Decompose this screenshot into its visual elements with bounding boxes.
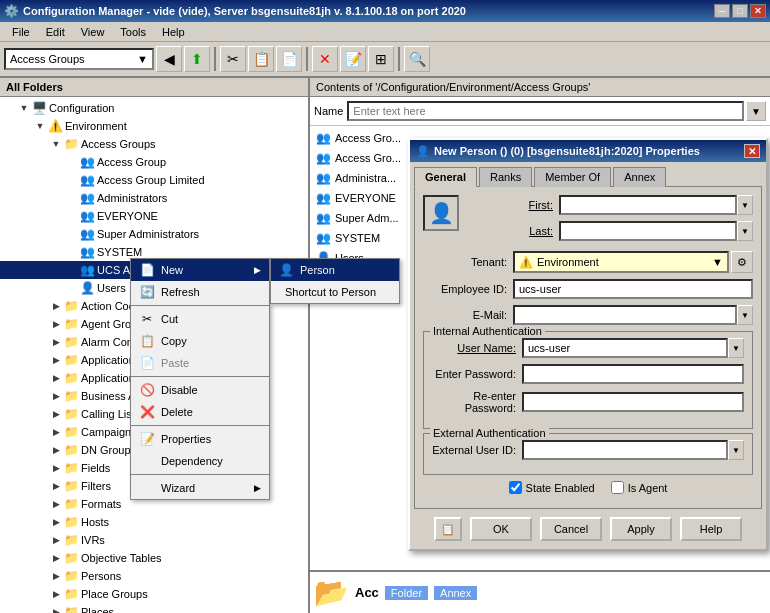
tenant-dropdown[interactable]: ⚠️ Environment ▼: [513, 251, 729, 273]
tab-annex[interactable]: Annex: [613, 167, 666, 187]
tree-item-ivrs[interactable]: ▶ 📁 IVRs: [0, 531, 308, 549]
tree-item-access-groups[interactable]: ▼ 📁 Access Groups: [0, 135, 308, 153]
apply-button[interactable]: Apply: [610, 517, 672, 541]
cancel-button[interactable]: Cancel: [540, 517, 602, 541]
expand-icon: ▶: [48, 478, 64, 494]
tenant-label: Tenant:: [423, 256, 513, 268]
ctx-paste[interactable]: 📄 Paste: [131, 352, 269, 374]
username-input[interactable]: [522, 338, 728, 358]
tree-item-hosts[interactable]: ▶ 📁 Hosts: [0, 513, 308, 531]
ctx-copy[interactable]: 📋 Copy: [131, 330, 269, 352]
paste-button[interactable]: 📄: [276, 46, 302, 72]
tree-item-administrators[interactable]: 👥 Administrators: [0, 189, 308, 207]
access-groups-dropdown[interactable]: Access Groups ▼: [4, 48, 154, 70]
tree-item-environment[interactable]: ▼ ⚠️ Environment: [0, 117, 308, 135]
submenu-item-shortcut-person[interactable]: Shortcut to Person: [271, 281, 399, 303]
ctx-properties[interactable]: 📝 Properties: [131, 428, 269, 450]
all-folders-header: All Folders: [0, 78, 308, 97]
tenant-field-row: Tenant: ⚠️ Environment ▼ ⚙: [423, 251, 753, 273]
menu-tools[interactable]: Tools: [112, 24, 154, 40]
maximize-button[interactable]: □: [732, 4, 748, 18]
group-icon: 👥: [316, 171, 331, 185]
tree-item-place-groups[interactable]: ▶ 📁 Place Groups: [0, 585, 308, 603]
dialog-close-button[interactable]: ✕: [744, 144, 760, 158]
ctx-refresh[interactable]: 🔄 Refresh: [131, 281, 269, 303]
first-label: First:: [469, 199, 559, 211]
tab-member-of[interactable]: Member Of: [534, 167, 611, 187]
tab-ranks[interactable]: Ranks: [479, 167, 532, 187]
reenter-pw-input[interactable]: [522, 392, 744, 412]
annex-tag-button[interactable]: Annex: [434, 586, 477, 600]
separator-1: [214, 47, 216, 71]
tree-item-persons[interactable]: ▶ 📁 Persons: [0, 567, 308, 585]
email-input[interactable]: [513, 305, 737, 325]
username-dropdown-btn[interactable]: ▼: [728, 338, 744, 358]
last-input-container: ▼: [559, 221, 753, 241]
close-button[interactable]: ✕: [750, 4, 766, 18]
big-folder-icon: 📂: [314, 576, 349, 609]
filter-button[interactable]: ▼: [746, 101, 766, 121]
menu-help[interactable]: Help: [154, 24, 193, 40]
minimize-button[interactable]: ─: [714, 4, 730, 18]
tree-item-super-administrators[interactable]: 👥 Super Administrators: [0, 225, 308, 243]
dialog-icon-btn[interactable]: 📋: [434, 517, 462, 541]
folder-tag-button[interactable]: Folder: [385, 586, 428, 600]
ctx-separator: [131, 376, 269, 377]
ctx-disable[interactable]: 🚫 Disable: [131, 379, 269, 401]
is-agent-checkbox[interactable]: [611, 481, 624, 494]
filter-row: Name ▼: [310, 97, 770, 126]
folder-icon: 📁: [64, 461, 79, 475]
cut-button[interactable]: ✂: [220, 46, 246, 72]
columns-button[interactable]: ⊞: [368, 46, 394, 72]
navigate-forward-button[interactable]: ⬆: [184, 46, 210, 72]
ext-user-id-label: External User ID:: [432, 444, 522, 456]
name-filter-input[interactable]: [347, 101, 744, 121]
separator-2: [306, 47, 308, 71]
dialog-icon: 👤: [416, 145, 430, 158]
help-button[interactable]: Help: [680, 517, 742, 541]
state-enabled-checkbox[interactable]: [509, 481, 522, 494]
ext-user-id-dropdown-btn[interactable]: ▼: [728, 440, 744, 460]
ctx-cut[interactable]: ✂ Cut: [131, 308, 269, 330]
first-input[interactable]: [559, 195, 737, 215]
tree-item-access-group[interactable]: 👥 Access Group: [0, 153, 308, 171]
tree-item-configuration[interactable]: ▼ 🖥️ Configuration: [0, 99, 308, 117]
properties-button[interactable]: 📝: [340, 46, 366, 72]
name-filter-label: Name: [314, 105, 343, 117]
enter-pw-input[interactable]: [522, 364, 744, 384]
navigate-back-button[interactable]: ◀: [156, 46, 182, 72]
menu-edit[interactable]: Edit: [38, 24, 73, 40]
folder-icon: 📁: [64, 479, 79, 493]
ext-user-id-input[interactable]: [522, 440, 728, 460]
menu-view[interactable]: View: [73, 24, 113, 40]
expand-icon: [64, 226, 80, 242]
tenant-edit-button[interactable]: ⚙: [731, 251, 753, 273]
menu-file[interactable]: File: [4, 24, 38, 40]
tree-item-access-group-limited[interactable]: 👥 Access Group Limited: [0, 171, 308, 189]
tree-item-places[interactable]: ▶ 📁 Places: [0, 603, 308, 613]
copy-button[interactable]: 📋: [248, 46, 274, 72]
username-row: User Name: ▼: [432, 338, 744, 358]
submenu-arrow-icon: ▶: [254, 265, 261, 275]
tree-item-objective-tables[interactable]: ▶ 📁 Objective Tables: [0, 549, 308, 567]
email-dropdown-btn[interactable]: ▼: [737, 305, 753, 325]
delete-button[interactable]: ✕: [312, 46, 338, 72]
context-submenu: 👤 Person Shortcut to Person: [270, 258, 400, 304]
ok-button[interactable]: OK: [470, 517, 532, 541]
first-dropdown-btn[interactable]: ▼: [737, 195, 753, 215]
submenu-item-person[interactable]: 👤 Person: [271, 259, 399, 281]
ctx-wizard[interactable]: Wizard ▶: [131, 477, 269, 499]
tree-item-everyone[interactable]: 👥 EVERYONE: [0, 207, 308, 225]
env-icon: ⚠️: [48, 119, 63, 133]
employee-id-input[interactable]: [513, 279, 753, 299]
ctx-new[interactable]: 📄 New ▶: [131, 259, 269, 281]
ctx-dependency[interactable]: Dependency: [131, 450, 269, 472]
last-dropdown-btn[interactable]: ▼: [737, 221, 753, 241]
last-input[interactable]: [559, 221, 737, 241]
disable-icon: 🚫: [139, 383, 155, 397]
dialog-footer: 📋 OK Cancel Apply Help: [410, 513, 766, 549]
toolbar: Access Groups ▼ ◀ ⬆ ✂ 📋 📄 ✕ 📝 ⊞ 🔍: [0, 42, 770, 78]
ctx-delete[interactable]: ❌ Delete: [131, 401, 269, 423]
tab-general[interactable]: General: [414, 167, 477, 187]
search-button[interactable]: 🔍: [404, 46, 430, 72]
